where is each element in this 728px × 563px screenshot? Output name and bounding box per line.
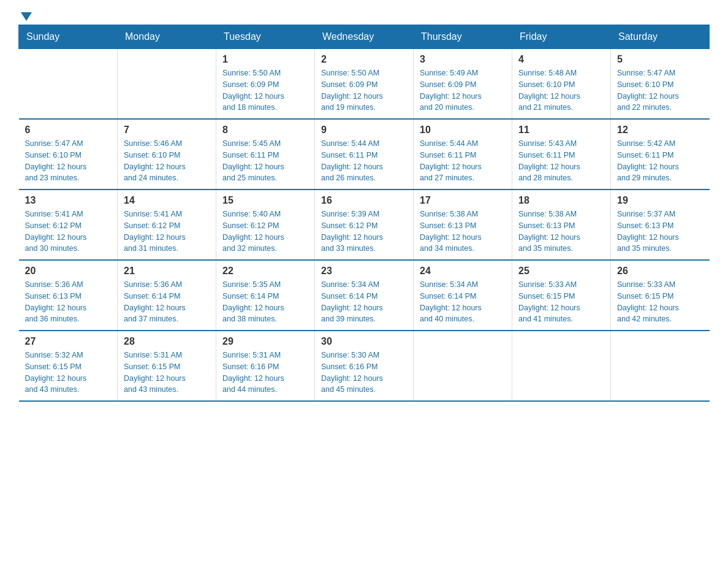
day-info: Sunrise: 5:33 AM Sunset: 6:15 PM Dayligh…: [518, 279, 604, 325]
day-info: Sunrise: 5:41 AM Sunset: 6:12 PM Dayligh…: [124, 209, 210, 255]
day-cell: 1Sunrise: 5:50 AM Sunset: 6:09 PM Daylig…: [216, 49, 315, 120]
day-info: Sunrise: 5:34 AM Sunset: 6:14 PM Dayligh…: [321, 279, 407, 325]
day-cell: 26Sunrise: 5:33 AM Sunset: 6:15 PM Dayli…: [611, 260, 710, 331]
day-number: 22: [222, 266, 308, 277]
day-number: 25: [518, 266, 604, 277]
day-cell: 21Sunrise: 5:36 AM Sunset: 6:14 PM Dayli…: [118, 260, 216, 331]
day-info: Sunrise: 5:31 AM Sunset: 6:16 PM Dayligh…: [222, 350, 308, 396]
day-number: 17: [420, 195, 506, 206]
day-cell: [611, 331, 710, 401]
day-cell: 10Sunrise: 5:44 AM Sunset: 6:11 PM Dayli…: [414, 119, 512, 190]
day-number: 3: [420, 54, 506, 65]
day-number: 13: [25, 195, 112, 206]
day-number: 30: [321, 336, 407, 347]
day-cell: 20Sunrise: 5:36 AM Sunset: 6:13 PM Dayli…: [19, 260, 118, 331]
day-number: 9: [321, 124, 407, 136]
day-cell: 14Sunrise: 5:41 AM Sunset: 6:12 PM Dayli…: [118, 190, 216, 260]
day-cell: 16Sunrise: 5:39 AM Sunset: 6:12 PM Dayli…: [315, 190, 414, 260]
header-wednesday: Wednesday: [315, 25, 414, 49]
day-cell: 17Sunrise: 5:38 AM Sunset: 6:13 PM Dayli…: [414, 190, 512, 260]
day-info: Sunrise: 5:34 AM Sunset: 6:14 PM Dayligh…: [420, 279, 506, 325]
day-cell: 5Sunrise: 5:47 AM Sunset: 6:10 PM Daylig…: [611, 49, 710, 120]
day-number: 14: [124, 195, 210, 206]
day-info: Sunrise: 5:38 AM Sunset: 6:13 PM Dayligh…: [420, 209, 506, 255]
day-number: 7: [124, 124, 210, 136]
svg-marker-0: [21, 12, 32, 21]
day-info: Sunrise: 5:36 AM Sunset: 6:13 PM Dayligh…: [25, 279, 112, 325]
header-saturday: Saturday: [611, 25, 710, 49]
day-info: Sunrise: 5:45 AM Sunset: 6:11 PM Dayligh…: [222, 138, 308, 184]
day-number: 8: [222, 124, 308, 136]
day-number: 19: [617, 195, 703, 206]
day-info: Sunrise: 5:44 AM Sunset: 6:11 PM Dayligh…: [321, 138, 407, 184]
day-number: 26: [617, 266, 703, 277]
day-info: Sunrise: 5:38 AM Sunset: 6:13 PM Dayligh…: [518, 209, 604, 255]
day-info: Sunrise: 5:39 AM Sunset: 6:12 PM Dayligh…: [321, 209, 407, 255]
logo-triangle-icon: [20, 10, 33, 23]
day-cell: [414, 331, 512, 401]
week-row-3: 13Sunrise: 5:41 AM Sunset: 6:12 PM Dayli…: [19, 190, 710, 260]
day-info: Sunrise: 5:36 AM Sunset: 6:14 PM Dayligh…: [124, 279, 210, 325]
day-cell: 24Sunrise: 5:34 AM Sunset: 6:14 PM Dayli…: [414, 260, 512, 331]
day-number: 29: [222, 336, 308, 347]
week-row-5: 27Sunrise: 5:32 AM Sunset: 6:15 PM Dayli…: [19, 331, 710, 401]
day-number: 24: [420, 266, 506, 277]
day-cell: 11Sunrise: 5:43 AM Sunset: 6:11 PM Dayli…: [512, 119, 611, 190]
day-cell: 18Sunrise: 5:38 AM Sunset: 6:13 PM Dayli…: [512, 190, 611, 260]
week-row-4: 20Sunrise: 5:36 AM Sunset: 6:13 PM Dayli…: [19, 260, 710, 331]
day-number: 2: [321, 54, 407, 65]
day-number: 20: [25, 266, 112, 277]
day-info: Sunrise: 5:47 AM Sunset: 6:10 PM Dayligh…: [25, 138, 112, 184]
day-number: 6: [25, 124, 112, 136]
day-cell: 29Sunrise: 5:31 AM Sunset: 6:16 PM Dayli…: [216, 331, 315, 401]
day-cell: 7Sunrise: 5:46 AM Sunset: 6:10 PM Daylig…: [118, 119, 216, 190]
day-info: Sunrise: 5:49 AM Sunset: 6:09 PM Dayligh…: [420, 67, 506, 113]
day-info: Sunrise: 5:37 AM Sunset: 6:13 PM Dayligh…: [617, 209, 703, 255]
day-number: 27: [25, 336, 112, 347]
day-cell: 6Sunrise: 5:47 AM Sunset: 6:10 PM Daylig…: [19, 119, 118, 190]
day-number: 18: [518, 195, 604, 206]
day-cell: 28Sunrise: 5:31 AM Sunset: 6:15 PM Dayli…: [118, 331, 216, 401]
week-row-1: 1Sunrise: 5:50 AM Sunset: 6:09 PM Daylig…: [19, 49, 710, 120]
day-number: 1: [222, 54, 308, 65]
day-cell: 30Sunrise: 5:30 AM Sunset: 6:16 PM Dayli…: [315, 331, 414, 401]
page-header: [18, 12, 710, 18]
day-cell: 2Sunrise: 5:50 AM Sunset: 6:09 PM Daylig…: [315, 49, 414, 120]
day-number: 16: [321, 195, 407, 206]
day-cell: 4Sunrise: 5:48 AM Sunset: 6:10 PM Daylig…: [512, 49, 611, 120]
day-info: Sunrise: 5:42 AM Sunset: 6:11 PM Dayligh…: [617, 138, 703, 184]
day-info: Sunrise: 5:35 AM Sunset: 6:14 PM Dayligh…: [222, 279, 308, 325]
day-cell: [118, 49, 216, 120]
day-info: Sunrise: 5:50 AM Sunset: 6:09 PM Dayligh…: [321, 67, 407, 113]
day-info: Sunrise: 5:47 AM Sunset: 6:10 PM Dayligh…: [617, 67, 703, 113]
day-info: Sunrise: 5:30 AM Sunset: 6:16 PM Dayligh…: [321, 350, 407, 396]
header-tuesday: Tuesday: [216, 25, 315, 49]
calendar-table: SundayMondayTuesdayWednesdayThursdayFrid…: [18, 25, 710, 402]
header-monday: Monday: [118, 25, 216, 49]
day-cell: 9Sunrise: 5:44 AM Sunset: 6:11 PM Daylig…: [315, 119, 414, 190]
day-cell: 3Sunrise: 5:49 AM Sunset: 6:09 PM Daylig…: [414, 49, 512, 120]
logo: [18, 12, 33, 18]
day-info: Sunrise: 5:33 AM Sunset: 6:15 PM Dayligh…: [617, 279, 703, 325]
day-cell: 8Sunrise: 5:45 AM Sunset: 6:11 PM Daylig…: [216, 119, 315, 190]
calendar-header-row: SundayMondayTuesdayWednesdayThursdayFrid…: [19, 25, 710, 49]
day-cell: 22Sunrise: 5:35 AM Sunset: 6:14 PM Dayli…: [216, 260, 315, 331]
day-number: 21: [124, 266, 210, 277]
day-number: 23: [321, 266, 407, 277]
day-info: Sunrise: 5:48 AM Sunset: 6:10 PM Dayligh…: [518, 67, 604, 113]
day-cell: 27Sunrise: 5:32 AM Sunset: 6:15 PM Dayli…: [19, 331, 118, 401]
day-number: 5: [617, 54, 703, 65]
day-info: Sunrise: 5:32 AM Sunset: 6:15 PM Dayligh…: [25, 350, 112, 396]
day-cell: 25Sunrise: 5:33 AM Sunset: 6:15 PM Dayli…: [512, 260, 611, 331]
day-cell: 15Sunrise: 5:40 AM Sunset: 6:12 PM Dayli…: [216, 190, 315, 260]
day-info: Sunrise: 5:40 AM Sunset: 6:12 PM Dayligh…: [222, 209, 308, 255]
day-info: Sunrise: 5:41 AM Sunset: 6:12 PM Dayligh…: [25, 209, 112, 255]
day-cell: 13Sunrise: 5:41 AM Sunset: 6:12 PM Dayli…: [19, 190, 118, 260]
day-number: 15: [222, 195, 308, 206]
header-thursday: Thursday: [414, 25, 512, 49]
header-friday: Friday: [512, 25, 611, 49]
day-cell: 19Sunrise: 5:37 AM Sunset: 6:13 PM Dayli…: [611, 190, 710, 260]
week-row-2: 6Sunrise: 5:47 AM Sunset: 6:10 PM Daylig…: [19, 119, 710, 190]
day-info: Sunrise: 5:46 AM Sunset: 6:10 PM Dayligh…: [124, 138, 210, 184]
day-number: 12: [617, 124, 703, 136]
